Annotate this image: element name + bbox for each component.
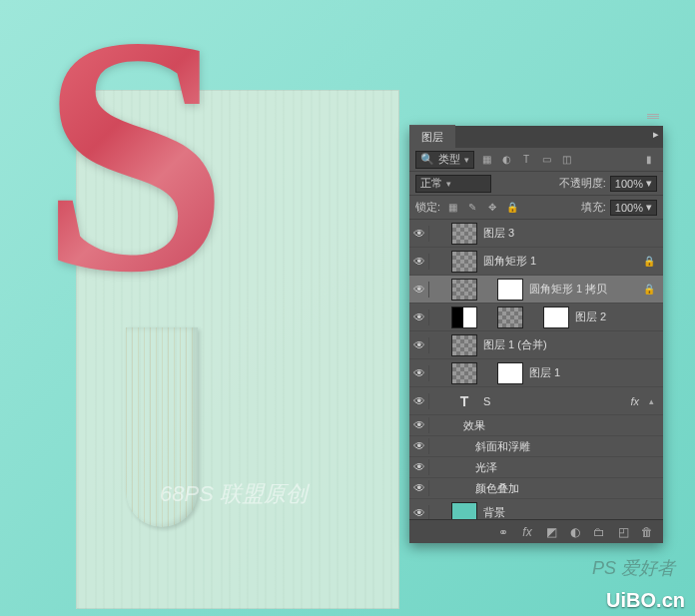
layer-name[interactable]: 图层 1 xyxy=(529,365,659,380)
layers-panel: 图层 ▸ 🔍 类型 ▾ ▦ ◐ T ▭ ◫ ▮ 正常 ▾ 不透明度: 100% … xyxy=(409,126,663,543)
layer-thumbnail[interactable] xyxy=(451,279,477,301)
layers-tab[interactable]: 图层 xyxy=(409,125,455,149)
layer-row[interactable]: 👁 圆角矩形 1 🔒 xyxy=(409,248,663,276)
layer-thumbnail[interactable] xyxy=(451,307,477,328)
blend-mode-value: 正常 xyxy=(420,176,442,191)
search-icon: 🔍 xyxy=(420,153,434,166)
visibility-eye-icon[interactable]: 👁 xyxy=(413,365,429,381)
layer-name[interactable]: 图层 2 xyxy=(575,309,659,324)
layer-name[interactable]: 圆角矩形 1 拷贝 xyxy=(529,282,637,297)
visibility-eye-icon[interactable]: 👁 xyxy=(413,309,429,325)
visibility-eye-icon[interactable]: 👁 xyxy=(413,226,429,242)
visibility-eye-icon[interactable]: 👁 xyxy=(413,282,429,298)
effects-header-row[interactable]: 👁 效果 xyxy=(409,415,663,436)
panel-flyout-menu-icon[interactable] xyxy=(639,114,659,124)
layer-name[interactable]: 背景 xyxy=(483,505,659,519)
adjustment-layer-icon[interactable]: ◐ xyxy=(567,524,583,540)
layer-thumbnail[interactable] xyxy=(451,362,477,384)
fill-value: 100% xyxy=(615,202,643,214)
visibility-eye-icon[interactable]: 👁 xyxy=(413,480,429,496)
canvas-area: S 68PS 联盟原创 xyxy=(0,0,409,616)
layer-name[interactable]: S xyxy=(483,395,624,407)
letter-s-art: S xyxy=(40,10,229,299)
lock-label: 锁定: xyxy=(415,200,440,215)
layer-row[interactable]: 👁 图层 1 (合并) xyxy=(409,331,663,359)
filter-type-icon[interactable]: T xyxy=(518,152,534,168)
effect-name: 光泽 xyxy=(475,460,659,475)
layer-list: 👁 图层 3 👁 圆角矩形 1 🔒 👁 圆角矩形 1 拷贝 🔒 👁 xyxy=(409,220,663,519)
layer-row-text[interactable]: 👁 T S fx ▴ xyxy=(409,387,663,415)
visibility-eye-icon[interactable]: 👁 xyxy=(413,438,429,454)
filter-smart-icon[interactable]: ◫ xyxy=(558,152,574,168)
panel-collapse-icon[interactable]: ▸ xyxy=(653,128,659,141)
lock-icon: 🔒 xyxy=(643,284,659,295)
filter-toggle-switch[interactable]: ▮ xyxy=(641,152,657,168)
layer-thumbnail[interactable] xyxy=(451,334,477,356)
visibility-eye-icon[interactable]: 👁 xyxy=(413,417,429,433)
panel-tab-bar: 图层 ▸ xyxy=(409,126,663,148)
delete-layer-icon[interactable]: 🗑 xyxy=(639,524,655,540)
filter-adjust-icon[interactable]: ◐ xyxy=(498,152,514,168)
opacity-label: 不透明度: xyxy=(559,176,606,191)
watermark-text-2: PS 爱好者 xyxy=(592,556,675,580)
layer-row-background[interactable]: 👁 背景 xyxy=(409,499,663,519)
fill-field[interactable]: 100% ▾ xyxy=(610,200,657,216)
layer-thumbnail-2[interactable] xyxy=(497,307,523,328)
layer-style-icon[interactable]: fx xyxy=(519,524,535,540)
visibility-eye-icon[interactable]: 👁 xyxy=(413,459,429,475)
visibility-eye-icon[interactable]: 👁 xyxy=(413,337,429,353)
effect-name: 颜色叠加 xyxy=(475,481,659,496)
fx-badge[interactable]: fx xyxy=(630,395,643,407)
visibility-eye-icon[interactable]: 👁 xyxy=(413,393,429,409)
visibility-eye-icon[interactable]: 👁 xyxy=(413,505,429,520)
layer-filter-row: 🔍 类型 ▾ ▦ ◐ T ▭ ◫ ▮ xyxy=(409,148,663,172)
layer-mask-thumbnail[interactable] xyxy=(497,279,523,301)
lock-transparent-icon[interactable]: ▦ xyxy=(444,200,460,216)
effect-row[interactable]: 👁 颜色叠加 xyxy=(409,478,663,499)
chevron-down-icon: ▾ xyxy=(646,201,652,214)
group-icon[interactable]: 🗀 xyxy=(591,524,607,540)
visibility-eye-icon[interactable]: 👁 xyxy=(413,254,429,270)
layer-mask-thumbnail[interactable] xyxy=(497,362,523,384)
layer-thumbnail[interactable] xyxy=(451,251,477,273)
fill-label: 填充: xyxy=(581,200,606,215)
layer-row[interactable]: 👁 圆角矩形 1 拷贝 🔒 xyxy=(409,276,663,304)
layer-mask-icon[interactable]: ◩ xyxy=(543,524,559,540)
filter-shape-icon[interactable]: ▭ xyxy=(538,152,554,168)
layers-panel-footer: ⚭ fx ◩ ◐ 🗀 ◰ 🗑 xyxy=(409,519,663,543)
layer-name[interactable]: 图层 3 xyxy=(483,226,659,241)
effects-label: 效果 xyxy=(463,418,659,433)
filter-kind-dropdown[interactable]: 🔍 类型 ▾ xyxy=(415,151,474,169)
chevron-down-icon: ▾ xyxy=(646,177,652,190)
watermark-text-1: 68PS 联盟原创 xyxy=(160,479,308,509)
layer-name[interactable]: 圆角矩形 1 xyxy=(483,254,637,269)
chevron-down-icon: ▾ xyxy=(464,155,469,165)
opacity-field[interactable]: 100% ▾ xyxy=(610,176,657,192)
link-layers-icon[interactable]: ⚭ xyxy=(495,524,511,540)
layer-thumbnail[interactable] xyxy=(451,502,477,520)
opacity-value: 100% xyxy=(615,178,643,190)
layer-thumbnail[interactable] xyxy=(451,223,477,245)
filter-kind-label: 类型 xyxy=(438,152,460,167)
filter-pixel-icon[interactable]: ▦ xyxy=(478,152,494,168)
effect-name: 斜面和浮雕 xyxy=(475,439,659,454)
effect-row[interactable]: 👁 光泽 xyxy=(409,457,663,478)
fx-disclosure-icon[interactable]: ▴ xyxy=(649,396,659,406)
blend-mode-dropdown[interactable]: 正常 ▾ xyxy=(415,175,491,193)
effect-row[interactable]: 👁 斜面和浮雕 xyxy=(409,436,663,457)
lock-image-icon[interactable]: ✎ xyxy=(464,200,480,216)
lock-position-icon[interactable]: ✥ xyxy=(484,200,500,216)
layer-name[interactable]: 图层 1 (合并) xyxy=(483,337,659,352)
watermark-text-3: UiBO.cn xyxy=(606,589,685,612)
layer-mask-thumbnail[interactable] xyxy=(543,307,569,328)
layer-row[interactable]: 👁 图层 2 xyxy=(409,304,663,331)
chevron-down-icon: ▾ xyxy=(446,179,451,189)
lock-all-icon[interactable]: 🔒 xyxy=(504,200,520,216)
new-layer-icon[interactable]: ◰ xyxy=(615,524,631,540)
layer-row[interactable]: 👁 图层 1 xyxy=(409,359,663,387)
blend-mode-row: 正常 ▾ 不透明度: 100% ▾ xyxy=(409,172,663,196)
layer-row[interactable]: 👁 图层 3 xyxy=(409,220,663,248)
lock-row: 锁定: ▦ ✎ ✥ 🔒 填充: 100% ▾ xyxy=(409,196,663,220)
lock-icon: 🔒 xyxy=(643,256,659,267)
fx-text: fx xyxy=(522,525,531,539)
